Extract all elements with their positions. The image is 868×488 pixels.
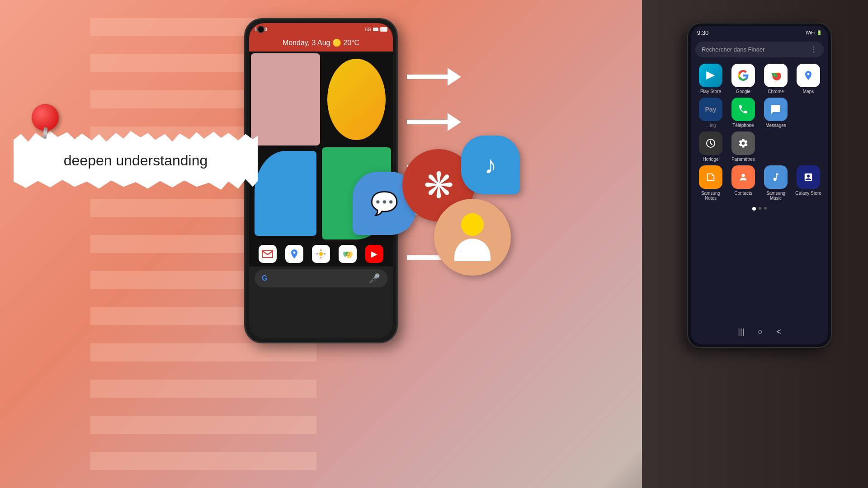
samsung-page-dots: [691, 204, 828, 213]
horloge-label: Horloge: [703, 157, 718, 162]
samsung-wifi-icon: WiFi: [806, 30, 815, 35]
chrome-icon: [764, 64, 788, 87]
pixel-date-text: Monday, 3 Aug 🟡 20°C: [283, 39, 359, 47]
samsung-app-notes[interactable]: Samsung Notes: [696, 165, 725, 201]
dock-maps-icon[interactable]: [285, 245, 303, 263]
pixel-date-weather: Monday, 3 Aug 🟡 20°C: [249, 36, 393, 52]
samsung-status-icons: WiFi 🔋: [806, 30, 822, 35]
push-pin: [32, 104, 68, 140]
samsung-search-text: Rechercher dans Finder: [702, 46, 764, 53]
pay-label: …ing: [705, 123, 716, 128]
samsung-app-contacts[interactable]: Contacts: [729, 165, 758, 201]
wallpaper-cell-tl: [251, 53, 320, 145]
horloge-icon: [699, 131, 722, 155]
wallpaper-cell-tr: [327, 59, 386, 140]
wifi-icon: [373, 28, 378, 31]
avatar-head: [461, 213, 484, 236]
samsung-home-icon[interactable]: ○: [758, 327, 763, 337]
samsung-status-bar: 9:30 WiFi 🔋: [691, 26, 828, 39]
google-g: G: [262, 274, 267, 282]
dock-photos-icon[interactable]: [312, 245, 330, 263]
samsung-search-bar[interactable]: Rechercher dans Finder ⋮: [695, 42, 824, 57]
messages-label: Messages: [765, 123, 786, 128]
google-label: Google: [736, 89, 750, 94]
floating-apps: 💬 ❋ ♪: [344, 136, 570, 316]
dot-3: [764, 207, 767, 210]
wallpaper-cell-bl: [255, 151, 316, 236]
samsung-recent-apps-icon[interactable]: |||: [738, 327, 744, 337]
samsung-time: 9:30: [697, 29, 708, 36]
galaxy-store-label: Galaxy Store: [795, 191, 821, 196]
dot-1: [752, 207, 756, 211]
svg-point-0: [319, 252, 323, 256]
samsung-phone-screen: 9:30 WiFi 🔋 Rechercher dans Finder ⋮ P: [691, 26, 828, 344]
samsung-app-pay[interactable]: Pay …ing: [696, 98, 725, 128]
samsung-music-icon: [764, 165, 788, 189]
pixel-status-icons: 5G: [365, 27, 387, 32]
samsung-phone-body: 9:30 WiFi 🔋 Rechercher dans Finder ⋮ P: [687, 23, 832, 348]
avatar-body: [454, 239, 491, 261]
playstore-icon: [699, 64, 722, 87]
camera-hole: [257, 26, 264, 33]
samsung-app-maps[interactable]: Maps: [794, 64, 823, 94]
maps-icon: [797, 64, 820, 87]
signal-icon: 5G: [365, 27, 371, 32]
samsung-app-playstore[interactable]: Play Store: [696, 64, 725, 94]
samsung-battery-icon: 🔋: [816, 30, 822, 35]
google-icon: [731, 64, 755, 87]
params-icon: [731, 131, 755, 155]
note-text: deepen understanding: [50, 152, 222, 169]
samsung-app-galaxy-store[interactable]: Galaxy Store: [794, 165, 823, 201]
music-note-icon: ♪: [484, 150, 497, 179]
messages-icon: [764, 98, 788, 121]
samsung-search-more-icon: ⋮: [810, 45, 817, 54]
pay-icon: Pay: [699, 98, 722, 121]
dock-gmail-icon[interactable]: [259, 245, 277, 263]
arrow-1: [407, 68, 461, 86]
maps-label: Maps: [803, 89, 814, 94]
phone-label: Téléphone: [732, 123, 754, 128]
phone-icon: [731, 98, 755, 121]
samsung-app-placeholder3: [794, 131, 823, 162]
samsung-nav-bar: ||| ○ <: [691, 323, 828, 341]
samsung-app-placeholder2: [761, 131, 790, 162]
music-bubble: ♪: [461, 136, 520, 194]
samsung-back-icon[interactable]: <: [776, 327, 781, 337]
svg-point-6: [741, 174, 745, 177]
samsung-app-phone[interactable]: Téléphone: [729, 98, 758, 128]
samsung-app-messages[interactable]: Messages: [761, 98, 790, 128]
samsung-music-label: Samsung Music: [761, 191, 790, 201]
messages-bubble-icon: 💬: [370, 190, 398, 216]
samsung-app-params[interactable]: Paramètres: [729, 131, 758, 162]
notes-label: Samsung Notes: [696, 191, 725, 201]
samsung-phone: 9:30 WiFi 🔋 Rechercher dans Finder ⋮ P: [687, 23, 832, 348]
battery-icon: [380, 27, 387, 32]
samsung-app-horloge[interactable]: Horloge: [696, 131, 725, 162]
samsung-app-placeholder: [794, 98, 823, 128]
contact-bubble: [434, 199, 511, 276]
params-label: Paramètres: [731, 157, 755, 162]
samsung-apps-grid: Play Store Google Chrome: [691, 60, 828, 204]
contacts-icon: [731, 165, 755, 189]
samsung-app-google[interactable]: Google: [729, 64, 758, 94]
arrow-2: [407, 113, 461, 131]
samsung-app-samsung-music[interactable]: Samsung Music: [761, 165, 790, 201]
chrome-label: Chrome: [768, 89, 784, 94]
pin-neck: [43, 127, 47, 139]
contact-avatar: [454, 213, 491, 261]
samsung-app-chrome[interactable]: Chrome: [761, 64, 790, 94]
pixel-status-bar: 10:00 5G: [249, 23, 393, 36]
notes-icon: [699, 165, 722, 189]
pay-text: Pay: [705, 106, 717, 113]
contacts-label: Contacts: [734, 191, 752, 196]
galaxy-store-icon: [797, 165, 820, 189]
playstore-label: Play Store: [700, 89, 721, 94]
dot-2: [759, 207, 761, 210]
daisy-flower-icon: ❋: [424, 164, 454, 206]
